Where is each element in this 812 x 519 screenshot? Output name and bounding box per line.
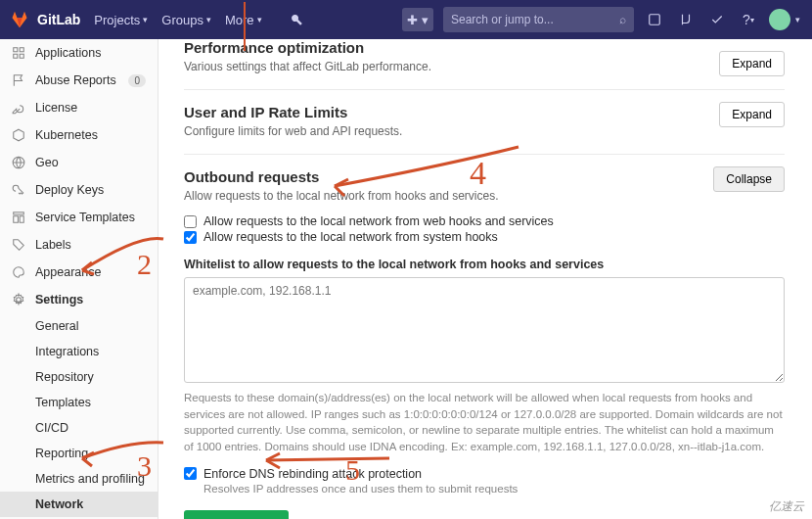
sidebar-subitem-general[interactable]: General [0, 313, 158, 339]
sidebar-item-labels[interactable]: Labels [0, 231, 158, 259]
sidebar-label: Deploy Keys [35, 183, 104, 197]
section-title: User and IP Rate Limits [184, 104, 785, 120]
allow-web-hooks-checkbox[interactable] [184, 215, 197, 228]
sidebar-subitem-repository[interactable]: Repository [0, 364, 158, 390]
sidebar-label: Applications [35, 46, 101, 60]
collapse-button[interactable]: Collapse [713, 166, 785, 192]
watermark: 亿速云 [769, 498, 804, 515]
sidebar-subitem-templates[interactable]: Templates [0, 390, 158, 415]
allow-web-hooks-checkbox-row[interactable]: Allow requests to the local network from… [184, 214, 785, 228]
template-icon [12, 211, 25, 224]
sidebar-label: Settings [35, 293, 83, 307]
issues-icon[interactable] [644, 9, 665, 30]
dns-rebinding-checkbox-row[interactable]: Enforce DNS rebinding attack protection [184, 467, 785, 481]
grid-icon [12, 46, 25, 60]
section-title: Outbound requests [184, 168, 785, 185]
gear-icon [12, 293, 25, 307]
sidebar-label: License [35, 101, 77, 115]
sidebar-item-kubernetes[interactable]: Kubernetes [0, 121, 158, 149]
top-navigation-bar: GitLab Projects▾ Groups▾ More▾ ✚ ▾ Searc… [0, 0, 812, 39]
sidebar-item-deploy-keys[interactable]: Deploy Keys [0, 176, 158, 204]
dns-rebinding-checkbox[interactable] [184, 467, 197, 480]
keyring-icon [12, 183, 25, 197]
sidebar-label: Service Templates [35, 211, 135, 224]
section-desc: Allow requests to the local network from… [184, 189, 785, 203]
sidebar-label: Appearance [35, 265, 101, 279]
allow-system-hooks-checkbox[interactable] [184, 231, 197, 244]
whitelist-label: Whitelist to allow requests to the local… [184, 258, 785, 271]
expand-button[interactable]: Expand [719, 102, 785, 127]
sidebar-label: Abuse Reports [35, 73, 116, 87]
sidebar-subitem-network[interactable]: Network [0, 492, 158, 517]
user-avatar[interactable] [769, 9, 790, 30]
sidebar-item-settings[interactable]: Settings [0, 286, 158, 313]
section-desc: Configure limits for web and API request… [184, 124, 785, 138]
plus-dropdown[interactable]: ✚ ▾ [402, 8, 433, 31]
allow-system-hooks-checkbox-row[interactable]: Allow requests to the local network from… [184, 230, 785, 244]
checkbox-label: Enforce DNS rebinding attack protection [203, 467, 422, 481]
badge: 0 [128, 74, 146, 87]
key-icon [12, 101, 25, 115]
sidebar-label: Labels [35, 238, 71, 252]
checkbox-label: Allow requests to the local network from… [203, 214, 554, 228]
sidebar-label: Geo [35, 156, 59, 169]
merge-requests-icon[interactable] [675, 9, 697, 30]
nav-groups[interactable]: Groups▾ [161, 13, 211, 27]
section-rate-limits: Expand User and IP Rate Limits Configure… [184, 90, 785, 155]
admin-sidebar: ApplicationsAbuse Reports0LicenseKuberne… [0, 39, 158, 519]
nav-more[interactable]: More▾ [225, 13, 262, 27]
nav-projects[interactable]: Projects▾ [94, 13, 148, 27]
sidebar-item-appearance[interactable]: Appearance [0, 259, 158, 286]
dns-help-text: Resolves IP addresses once and uses them… [203, 483, 785, 495]
sidebar-subitem-metrics-and-profiling[interactable]: Metrics and profiling [0, 466, 158, 492]
main-content: Expand Performance optimization Various … [158, 39, 812, 519]
search-placeholder: Search or jump to... [451, 13, 554, 26]
sidebar-subitem-integrations[interactable]: Integrations [0, 339, 158, 364]
todos-icon[interactable] [706, 9, 728, 30]
gitlab-logo-icon [10, 10, 29, 29]
save-changes-button[interactable]: Save changes [184, 510, 289, 519]
checkbox-label: Allow requests to the local network from… [203, 230, 498, 244]
section-performance: Expand Performance optimization Various … [184, 39, 785, 90]
globe-icon [12, 156, 25, 169]
brand-name: GitLab [37, 12, 80, 27]
flag-icon [12, 73, 25, 87]
sidebar-subitem-ci/cd[interactable]: CI/CD [0, 415, 158, 441]
sidebar-item-applications[interactable]: Applications [0, 39, 158, 67]
cube-icon [12, 128, 25, 142]
svg-rect-0 [650, 15, 660, 25]
help-icon[interactable]: ?▾ [738, 9, 759, 30]
expand-button[interactable]: Expand [719, 51, 785, 76]
sidebar-item-geo[interactable]: Geo [0, 149, 158, 176]
user-dropdown-chevron-icon[interactable]: ▾ [792, 9, 802, 30]
admin-wrench-icon[interactable] [286, 9, 307, 30]
sidebar-label: Kubernetes [35, 128, 98, 142]
tag-icon [12, 238, 25, 252]
sidebar-item-license[interactable]: License [0, 94, 158, 121]
sidebar-item-abuse-reports[interactable]: Abuse Reports0 [0, 67, 158, 94]
whitelist-help-text: Requests to these domain(s)/address(es) … [184, 390, 785, 455]
sidebar-subitem-reporting[interactable]: Reporting [0, 441, 158, 466]
section-title: Performance optimization [184, 39, 785, 56]
sidebar-item-service-templates[interactable]: Service Templates [0, 204, 158, 231]
search-icon: ⌕ [619, 13, 626, 26]
appearance-icon [12, 265, 25, 279]
whitelist-textarea[interactable] [184, 277, 785, 383]
search-input[interactable]: Search or jump to... ⌕ [443, 7, 634, 32]
section-outbound-requests: Collapse Outbound requests Allow request… [184, 155, 785, 519]
section-desc: Various settings that affect GitLab perf… [184, 60, 785, 73]
